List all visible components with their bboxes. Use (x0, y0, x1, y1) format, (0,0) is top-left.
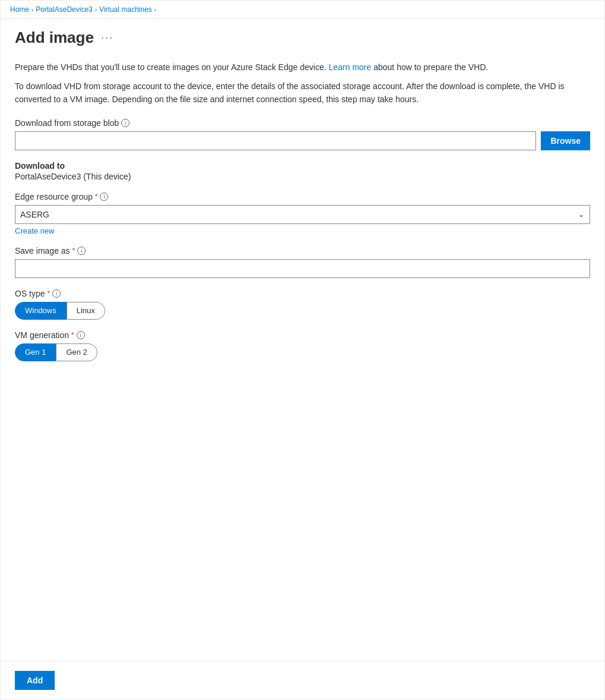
save-image-as-required: * (73, 247, 75, 255)
breadcrumb-device[interactable]: PortalAseDevice3 (36, 5, 92, 14)
edge-resource-group-info-icon[interactable]: i (100, 193, 108, 201)
save-image-as-field: Save image as * i (15, 246, 590, 278)
os-type-label: OS type * i (15, 289, 590, 298)
vm-generation-info-icon[interactable]: i (77, 331, 85, 339)
breadcrumb-sep-2: › (95, 7, 97, 13)
breadcrumb-sep-3: › (155, 7, 156, 13)
save-image-as-label: Save image as * i (15, 246, 590, 256)
edge-resource-group-required: * (95, 193, 98, 201)
vm-generation-gen2-button[interactable]: Gen 2 (56, 343, 97, 361)
create-new-link[interactable]: Create new (15, 226, 54, 235)
download-to-label: Download to (15, 161, 590, 171)
description-line2: To download VHD from storage account to … (15, 80, 590, 106)
edge-resource-group-label: Edge resource group * i (15, 192, 590, 201)
vm-generation-gen1-button[interactable]: Gen 1 (15, 343, 56, 361)
download-blob-info-icon[interactable]: i (121, 119, 130, 127)
vm-generation-required: * (71, 331, 74, 339)
breadcrumb-home[interactable]: Home (10, 5, 29, 14)
download-blob-label: Download from storage blob i (15, 118, 590, 128)
download-to-field: Download to PortalAseDevice3 (This devic… (15, 161, 590, 181)
download-blob-field: Download from storage blob i Browse (15, 118, 590, 150)
more-options-button[interactable]: ··· (101, 31, 114, 44)
os-type-info-icon[interactable]: i (52, 289, 61, 298)
breadcrumb-sep-1: › (31, 7, 33, 13)
breadcrumb-vms[interactable]: Virtual machines (99, 5, 152, 14)
vm-generation-toggle-group: Gen 1 Gen 2 (15, 343, 590, 361)
form-section: Download from storage blob i Browse Down… (15, 118, 590, 361)
os-type-toggle-group: Windows Linux (15, 302, 590, 320)
save-image-as-input[interactable] (15, 259, 590, 278)
download-to-value: PortalAseDevice3 (This device) (15, 172, 590, 181)
page-title: Add image (15, 29, 94, 47)
download-blob-input[interactable] (15, 131, 536, 150)
description-line1: Prepare the VHDs that you'll use to crea… (15, 61, 590, 74)
vm-generation-field: VM generation * i Gen 1 Gen 2 (15, 330, 590, 361)
add-button[interactable]: Add (15, 671, 55, 690)
os-type-linux-button[interactable]: Linux (67, 302, 105, 320)
os-type-windows-button[interactable]: Windows (15, 302, 67, 320)
save-image-as-info-icon[interactable]: i (77, 247, 86, 255)
edge-resource-group-select[interactable]: ASERG (15, 205, 590, 224)
breadcrumb: Home › PortalAseDevice3 › Virtual machin… (10, 5, 595, 14)
description-section: Prepare the VHDs that you'll use to crea… (15, 61, 590, 106)
edge-resource-group-field: Edge resource group * i ASERG ⌄ Create n… (15, 192, 590, 235)
browse-button[interactable]: Browse (541, 131, 590, 150)
learn-more-link[interactable]: Learn more (329, 62, 371, 72)
os-type-required: * (48, 289, 51, 298)
os-type-field: OS type * i Windows Linux (15, 289, 590, 320)
vm-generation-label: VM generation * i (15, 330, 590, 340)
footer-bar: Add (1, 661, 604, 699)
